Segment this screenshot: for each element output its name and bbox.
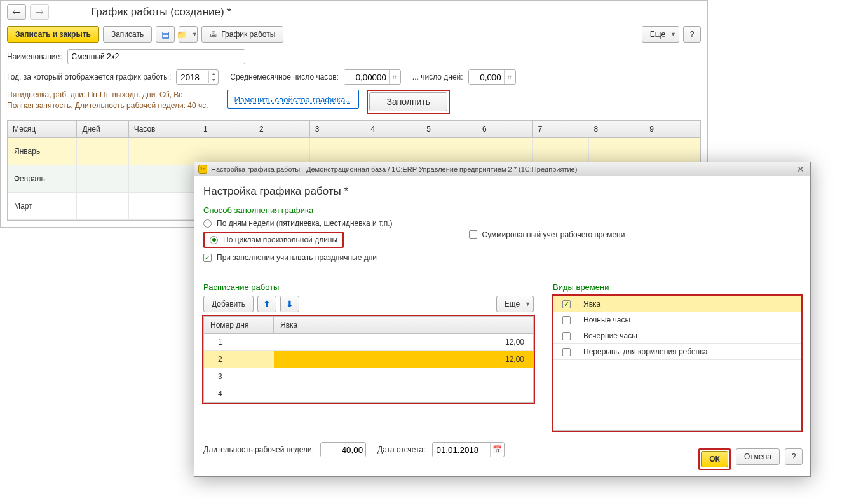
print-schedule-label: График работы (221, 30, 275, 39)
name-label: Наименование: (7, 52, 62, 61)
note-line-2: Полная занятость. Длительность рабочей н… (7, 100, 208, 111)
avg-hours-label: Среднемесячное число часов: (230, 73, 339, 81)
folder-star-icon: 📁 (177, 30, 187, 39)
main-toolbar: Записать и закрыть Записать ▤ 📁 ▼ 🖶 Граф… (7, 26, 701, 43)
dialog-chrome-title: Настройка графика работы - Демонстрацион… (211, 165, 577, 173)
help-button[interactable]: ? (683, 26, 701, 43)
col-d5: 5 (421, 121, 477, 137)
more-button[interactable]: Еще ▼ (642, 26, 679, 43)
calculator-icon[interactable]: ⌗ (504, 70, 515, 84)
year-spinner[interactable]: ▲▼ (176, 69, 219, 85)
schedule-settings-dialog: 1c Настройка графика работы - Демонстрац… (194, 162, 811, 228)
page-title: График работы (создание) * (91, 6, 231, 18)
forward-button[interactable]: 🡒 (30, 4, 49, 20)
change-schedule-props-link[interactable]: Изменить свойства графика... (227, 90, 360, 109)
col-month: Месяц (8, 121, 77, 137)
nav-row: 🡐 🡒 График работы (создание) * (7, 4, 701, 20)
list-icon: ▤ (161, 29, 170, 39)
fill-button-highlight: Заполнить (367, 90, 450, 114)
dialog-titlebar[interactable]: 1c Настройка графика работы - Демонстрац… (194, 162, 810, 176)
avg-hours-input[interactable] (344, 70, 389, 84)
calculator-icon[interactable]: ⌗ (389, 70, 400, 84)
printer-icon: 🖶 (210, 30, 217, 39)
col-d3: 3 (310, 121, 366, 137)
oneC-logo-icon: 1c (198, 165, 207, 174)
avg-hours-wrap: ⌗ (344, 69, 401, 85)
folder-dropdown-button[interactable]: 📁 ▼ (179, 26, 198, 43)
radio-icon (203, 219, 212, 228)
col-d2: 2 (254, 121, 310, 137)
col-d7: 7 (533, 121, 589, 137)
col-d4: 4 (365, 121, 421, 137)
note-line-1: Пятидневка, раб. дни: Пн-Пт, выходн. дни… (7, 90, 208, 100)
spinner-down-icon[interactable]: ▼ (209, 77, 218, 83)
month-feb: Февраль (8, 165, 77, 192)
col-d8: 8 (588, 121, 644, 137)
chevron-down-icon: ▼ (192, 31, 198, 38)
fill-button[interactable]: Заполнить (369, 92, 447, 111)
schedule-note: Пятидневка, раб. дни: Пн-Пт, выходн. дни… (7, 90, 208, 111)
avg-days-input[interactable] (469, 70, 504, 84)
radio-by-weekdays[interactable]: По дням недели (пятидневка, шестидневка … (203, 219, 393, 228)
col-d6: 6 (477, 121, 533, 137)
radio-by-weekdays-label: По дням недели (пятидневка, шестидневка … (217, 219, 393, 228)
year-input[interactable] (177, 70, 208, 84)
avg-days-wrap: ⌗ (468, 69, 516, 85)
table-header: Месяц Дней Часов 1 2 3 4 5 6 7 8 9 (8, 121, 700, 138)
write-button[interactable]: Записать (103, 26, 152, 43)
check-summarized[interactable]: Суммированный учет рабочего времени (469, 207, 625, 228)
col-days: Дней (77, 121, 128, 137)
avg-days-label: ... число дней: (412, 73, 463, 81)
close-icon[interactable]: ✕ (795, 164, 806, 174)
month-jan: Январь (8, 138, 77, 165)
spinner-up-icon[interactable]: ▲ (209, 71, 218, 77)
more-label: Еще (650, 30, 665, 39)
list-icon-button[interactable]: ▤ (156, 26, 175, 43)
col-d9: 9 (644, 121, 700, 137)
col-hours: Часов (129, 121, 198, 137)
fill-method-label: Способ заполнения графика (203, 205, 393, 215)
print-schedule-button[interactable]: 🖶 График работы (201, 26, 283, 43)
name-field[interactable] (67, 49, 245, 64)
back-button[interactable]: 🡐 (7, 4, 26, 20)
chevron-down-icon: ▼ (670, 31, 676, 38)
year-label: Год, за который отображается график рабо… (7, 73, 171, 81)
col-d1: 1 (198, 121, 254, 137)
dialog-title: Настройка графика работы * (203, 185, 801, 198)
month-mar: Март (8, 193, 77, 219)
write-close-button[interactable]: Записать и закрыть (7, 26, 99, 43)
